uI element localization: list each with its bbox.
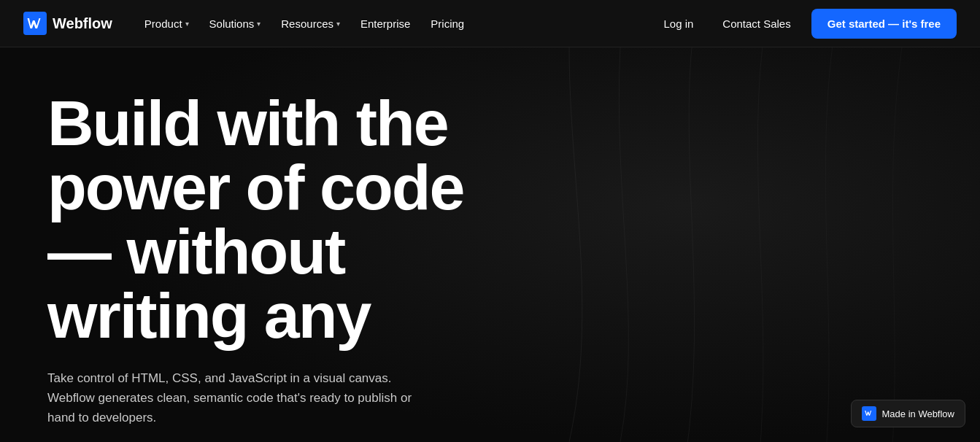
nav-label-enterprise: Enterprise — [360, 18, 410, 30]
hero-content: Build with the power of code — without w… — [47, 91, 514, 442]
navbar: Webflow Product ▾ Solutions ▾ Resources … — [0, 0, 980, 47]
webflow-badge-icon — [862, 406, 876, 421]
nav-item-resources[interactable]: Resources ▾ — [272, 12, 349, 36]
nav-label-solutions: Solutions — [209, 18, 255, 30]
nav-label-resources: Resources — [281, 18, 333, 30]
made-in-webflow-text: Made in Webflow — [882, 408, 954, 419]
chevron-down-icon: ▾ — [336, 20, 340, 28]
nav-left: Webflow Product ▾ Solutions ▾ Resources … — [23, 12, 473, 36]
get-started-button[interactable]: Get started — it's free — [811, 9, 957, 39]
contact-sales-link[interactable]: Contact Sales — [714, 12, 799, 36]
nav-item-pricing[interactable]: Pricing — [422, 12, 473, 36]
made-in-webflow-badge[interactable]: Made in Webflow — [851, 400, 965, 427]
chevron-down-icon: ▾ — [185, 20, 189, 28]
nav-item-enterprise[interactable]: Enterprise — [352, 12, 419, 36]
hero-section: Build with the power of code — without w… — [0, 47, 980, 442]
nav-right: Log in Contact Sales Get started — it's … — [655, 9, 957, 39]
nav-links: Product ▾ Solutions ▾ Resources ▾ Enterp… — [136, 12, 473, 36]
nav-label-pricing: Pricing — [431, 18, 464, 30]
nav-item-solutions[interactable]: Solutions ▾ — [201, 12, 270, 36]
brand-name: Webflow — [53, 15, 112, 32]
chevron-down-icon: ▾ — [257, 20, 261, 28]
webflow-logo-icon — [23, 12, 47, 35]
nav-label-product: Product — [144, 18, 182, 30]
hero-subtitle: Take control of HTML, CSS, and JavaScrip… — [47, 368, 441, 428]
login-link[interactable]: Log in — [655, 12, 702, 36]
logo[interactable]: Webflow — [23, 12, 112, 35]
nav-item-product[interactable]: Product ▾ — [136, 12, 198, 36]
hero-title: Build with the power of code — without w… — [47, 91, 514, 348]
